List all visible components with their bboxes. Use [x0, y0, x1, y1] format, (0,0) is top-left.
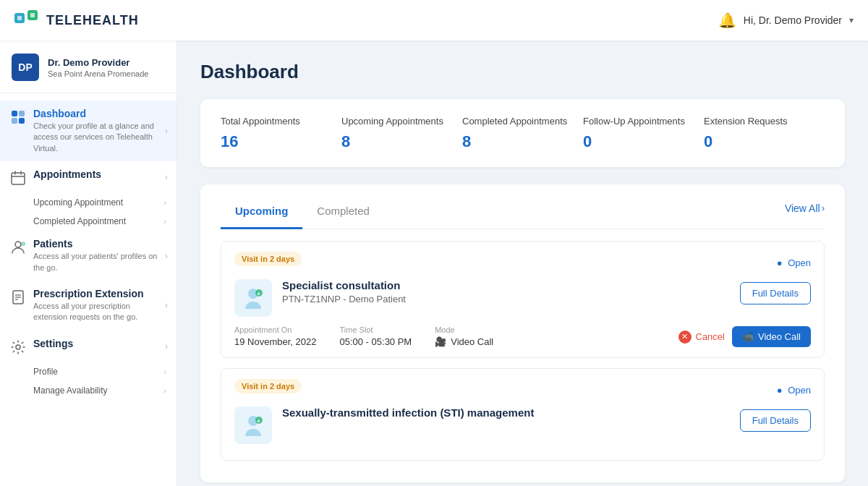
mode-value: 🎥 Video Call	[435, 336, 493, 347]
sidebar-sub-profile[interactable]: Profile ›	[0, 362, 176, 381]
settings-chevron-icon: ›	[165, 341, 168, 351]
visit-badge: Visit in 2 days	[234, 252, 302, 266]
sidebar-item-prescription-extension[interactable]: Prescription Extension Access all your p…	[0, 281, 176, 331]
stat-extension-requests: Extension Requests 0	[704, 115, 825, 151]
svg-rect-5	[19, 111, 25, 116]
svg-point-20	[16, 345, 20, 349]
svg-rect-7	[19, 118, 25, 124]
appointment-list: Visit in 2 days ● Open +	[221, 229, 825, 482]
cancel-icon: ✕	[678, 331, 692, 344]
appointments-nav-content: Appointments	[33, 169, 166, 180]
stat-extension-value: 0	[704, 132, 810, 151]
sidebar-sub-manage-availability[interactable]: Manage Availability ›	[0, 381, 176, 400]
page-title: Dashboard	[200, 61, 845, 83]
stats-card: Total Appointments 16 Upcoming Appointme…	[200, 99, 845, 167]
time-slot-label: Time Slot	[339, 325, 412, 334]
user-menu-chevron-icon[interactable]: ▾	[849, 15, 854, 25]
profile-sub-chevron-icon: ›	[163, 367, 166, 376]
mode-label: Mode	[435, 325, 493, 334]
stat-followup-appointments: Follow-Up Appointments 0	[583, 115, 704, 151]
settings-nav-content: Settings	[33, 338, 166, 349]
video-call-button[interactable]: 📹 Video Call	[732, 326, 811, 347]
prescription-nav-content: Prescription Extension Access all your p…	[33, 288, 166, 323]
stat-upcoming-label: Upcoming Appointments	[341, 115, 448, 128]
prescription-nav-title: Prescription Extension	[33, 288, 166, 299]
logo[interactable]: TELEHEALTH	[14, 10, 139, 30]
view-all-button[interactable]: View All ›	[785, 202, 825, 224]
patients-nav-desc: Access all your patients' profiles on th…	[33, 251, 166, 273]
specialist-icon: +	[239, 284, 267, 312]
main-content: Dashboard Total Appointments 16 Upcoming…	[177, 40, 868, 486]
svg-rect-1	[17, 16, 22, 20]
sidebar-profile: DP Dr. Demo Provider Sea Point Arena Pro…	[0, 40, 176, 93]
dashboard-nav-content: Dashboard Check your profile at a glance…	[33, 108, 166, 154]
avatar: DP	[12, 54, 39, 81]
stat-followup-label: Follow-Up Appointments	[583, 115, 689, 128]
topnav-right: 🔔 Hi, Dr. Demo Provider ▾	[718, 12, 854, 29]
main-layout: DP Dr. Demo Provider Sea Point Arena Pro…	[0, 40, 868, 486]
appointment-type-icon: +	[234, 279, 272, 317]
appointments-nav-title: Appointments	[33, 169, 166, 180]
tabs-header: Upcoming Completed View All ›	[221, 184, 825, 229]
grid-icon	[10, 109, 26, 125]
appointment-on-value: 19 November, 2022	[234, 336, 316, 347]
sidebar-item-appointments[interactable]: Appointments ›	[0, 161, 176, 193]
svg-rect-6	[12, 118, 17, 124]
user-greeting: Hi, Dr. Demo Provider	[744, 14, 842, 26]
sidebar-item-patients[interactable]: Patients Access all your patients' profi…	[0, 231, 176, 281]
sidebar-sub-upcoming-appointment[interactable]: Upcoming Appointment ›	[0, 193, 176, 212]
dashboard-nav-title: Dashboard	[33, 108, 166, 119]
dashboard-chevron-icon: ›	[165, 126, 168, 136]
appointment-title: Specialist consultation	[282, 279, 406, 291]
status-badge: ● Open	[777, 385, 811, 396]
stat-upcoming-appointments: Upcoming Appointments 8	[341, 115, 462, 151]
prescription-chevron-icon: ›	[165, 300, 168, 310]
stat-total-appointments: Total Appointments 16	[221, 115, 341, 151]
sidebar-item-settings[interactable]: Settings ›	[0, 331, 176, 362]
status-dot-icon: ●	[777, 257, 783, 268]
settings-nav-title: Settings	[33, 338, 166, 349]
view-all-chevron-icon: ›	[822, 202, 825, 213]
appointment-title: Sexually-transmitted infection (STI) man…	[282, 406, 534, 419]
sidebar: DP Dr. Demo Provider Sea Point Arena Pro…	[0, 40, 177, 486]
calendar-icon	[10, 170, 26, 186]
notification-bell-icon[interactable]: 🔔	[718, 12, 736, 29]
tab-upcoming[interactable]: Upcoming	[221, 197, 302, 229]
svg-text:+: +	[257, 418, 260, 425]
appointment-type-icon: +	[234, 406, 272, 444]
card-identity: + Specialist consultation PTN-TZ1NNP - D…	[234, 279, 811, 317]
patients-chevron-icon: ›	[165, 251, 168, 261]
dashboard-nav-desc: Check your profile at a glance and acces…	[33, 121, 166, 154]
sidebar-sub-completed-appointment[interactable]: Completed Appointment ›	[0, 212, 176, 231]
card-identity: + Sexually-transmitted infection (STI) m…	[234, 406, 811, 444]
svg-rect-3	[30, 13, 35, 17]
availability-sub-chevron-icon: ›	[163, 386, 166, 395]
stat-total-value: 16	[221, 132, 327, 151]
prescription-nav-desc: Access all your prescription extension r…	[33, 301, 166, 323]
full-details-button[interactable]: Full Details	[740, 282, 811, 304]
video-call-mode-icon: 🎥	[435, 336, 446, 347]
patients-nav-title: Patients	[33, 238, 166, 250]
full-details-button[interactable]: Full Details	[740, 409, 811, 432]
appointment-patient: PTN-TZ1NNP - Demo Patient	[282, 294, 406, 304]
time-slot-value: 05:00 - 05:30 PM	[339, 336, 412, 347]
sidebar-item-dashboard[interactable]: Dashboard Check your profile at a glance…	[0, 101, 176, 161]
appointments-chevron-icon: ›	[165, 172, 168, 182]
stat-followup-value: 0	[583, 132, 689, 151]
visit-badge: Visit in 2 days	[234, 379, 302, 393]
top-navigation: TELEHEALTH 🔔 Hi, Dr. Demo Provider ▾	[0, 0, 868, 40]
settings-icon	[10, 339, 26, 355]
stat-completed-appointments: Completed Appointments 8	[462, 115, 583, 151]
tab-completed[interactable]: Completed	[302, 197, 384, 229]
profile-info: Dr. Demo Provider Sea Point Arena Promen…	[48, 57, 148, 78]
stat-extension-label: Extension Requests	[704, 115, 810, 128]
appointment-card: Visit in 2 days ● Open +	[221, 241, 825, 358]
status-dot-icon: ●	[777, 385, 783, 396]
video-call-button-icon: 📹	[742, 331, 754, 342]
completed-sub-chevron-icon: ›	[163, 217, 166, 226]
stat-completed-label: Completed Appointments	[462, 115, 569, 128]
svg-point-12	[15, 242, 21, 247]
prescription-icon	[10, 289, 26, 305]
cancel-button[interactable]: ✕ Cancel	[678, 331, 725, 344]
profile-location: Sea Point Arena Promenade	[48, 69, 148, 78]
